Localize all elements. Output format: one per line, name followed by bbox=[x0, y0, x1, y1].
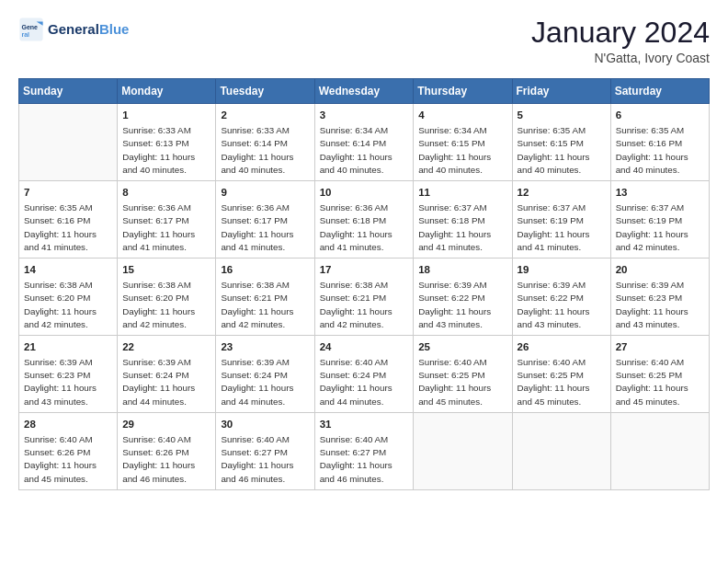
day-number: 24 bbox=[320, 339, 409, 354]
calendar-header-row: Sunday Monday Tuesday Wednesday Thursday… bbox=[19, 79, 710, 104]
day-detail: Sunrise: 6:39 AM Sunset: 6:22 PM Dayligh… bbox=[518, 279, 606, 331]
day-number: 12 bbox=[518, 185, 606, 200]
calendar-cell: 27Sunrise: 6:40 AM Sunset: 6:25 PM Dayli… bbox=[610, 335, 709, 412]
svg-text:ral: ral bbox=[22, 31, 30, 38]
calendar-cell: 18Sunrise: 6:39 AM Sunset: 6:22 PM Dayli… bbox=[414, 259, 512, 336]
day-detail: Sunrise: 6:40 AM Sunset: 6:26 PM Dayligh… bbox=[24, 433, 112, 486]
calendar-cell: 29Sunrise: 6:40 AM Sunset: 6:26 PM Dayli… bbox=[118, 412, 216, 489]
day-detail: Sunrise: 6:40 AM Sunset: 6:24 PM Dayligh… bbox=[320, 356, 409, 408]
day-number: 20 bbox=[616, 262, 704, 277]
day-number: 23 bbox=[221, 339, 309, 354]
day-number: 17 bbox=[320, 262, 409, 277]
day-number: 5 bbox=[518, 108, 606, 122]
day-number: 25 bbox=[418, 339, 506, 354]
calendar-cell bbox=[19, 104, 118, 181]
day-detail: Sunrise: 6:33 AM Sunset: 6:13 PM Dayligh… bbox=[122, 124, 210, 177]
day-number: 29 bbox=[122, 417, 210, 431]
col-tuesday: Tuesday bbox=[216, 79, 314, 104]
calendar-week-row-3: 14Sunrise: 6:38 AM Sunset: 6:20 PM Dayli… bbox=[19, 259, 710, 336]
logo-text-block: GeneralBlue bbox=[48, 22, 129, 38]
day-detail: Sunrise: 6:39 AM Sunset: 6:22 PM Dayligh… bbox=[418, 279, 506, 331]
logo: Gene ral GeneralBlue bbox=[18, 17, 129, 42]
day-number: 30 bbox=[221, 417, 309, 431]
day-detail: Sunrise: 6:34 AM Sunset: 6:15 PM Dayligh… bbox=[418, 124, 506, 177]
day-number: 28 bbox=[24, 417, 112, 431]
calendar-cell: 28Sunrise: 6:40 AM Sunset: 6:26 PM Dayli… bbox=[19, 412, 118, 489]
calendar-week-row-1: 1Sunrise: 6:33 AM Sunset: 6:13 PM Daylig… bbox=[19, 104, 710, 181]
day-detail: Sunrise: 6:40 AM Sunset: 6:25 PM Dayligh… bbox=[418, 356, 506, 408]
day-detail: Sunrise: 6:35 AM Sunset: 6:15 PM Dayligh… bbox=[518, 124, 606, 177]
calendar-cell: 13Sunrise: 6:37 AM Sunset: 6:19 PM Dayli… bbox=[610, 181, 709, 259]
day-number: 22 bbox=[122, 339, 210, 354]
day-number: 21 bbox=[24, 339, 112, 354]
day-detail: Sunrise: 6:36 AM Sunset: 6:17 PM Dayligh… bbox=[122, 201, 210, 254]
calendar-cell: 20Sunrise: 6:39 AM Sunset: 6:23 PM Dayli… bbox=[610, 259, 709, 336]
calendar-cell: 17Sunrise: 6:38 AM Sunset: 6:21 PM Dayli… bbox=[314, 259, 414, 336]
day-number: 6 bbox=[616, 108, 704, 122]
calendar-cell: 5Sunrise: 6:35 AM Sunset: 6:15 PM Daylig… bbox=[512, 104, 610, 181]
day-number: 1 bbox=[122, 108, 210, 122]
calendar-cell: 3Sunrise: 6:34 AM Sunset: 6:14 PM Daylig… bbox=[314, 104, 414, 181]
day-number: 31 bbox=[320, 417, 409, 431]
calendar-cell: 23Sunrise: 6:39 AM Sunset: 6:24 PM Dayli… bbox=[216, 335, 314, 412]
calendar-cell: 25Sunrise: 6:40 AM Sunset: 6:25 PM Dayli… bbox=[414, 335, 512, 412]
day-detail: Sunrise: 6:37 AM Sunset: 6:19 PM Dayligh… bbox=[518, 201, 606, 254]
day-detail: Sunrise: 6:37 AM Sunset: 6:19 PM Dayligh… bbox=[616, 201, 704, 254]
col-saturday: Saturday bbox=[610, 79, 709, 104]
location-label: N'Gatta, Ivory Coast bbox=[531, 51, 710, 65]
calendar-cell: 14Sunrise: 6:38 AM Sunset: 6:20 PM Dayli… bbox=[19, 259, 118, 336]
calendar-week-row-4: 21Sunrise: 6:39 AM Sunset: 6:23 PM Dayli… bbox=[19, 335, 710, 412]
svg-text:Gene: Gene bbox=[22, 24, 39, 30]
calendar-cell: 22Sunrise: 6:39 AM Sunset: 6:24 PM Dayli… bbox=[118, 335, 216, 412]
page-container: Gene ral GeneralBlue January 2024 N'Gatt… bbox=[0, 0, 728, 500]
day-detail: Sunrise: 6:39 AM Sunset: 6:23 PM Dayligh… bbox=[616, 279, 704, 331]
day-detail: Sunrise: 6:39 AM Sunset: 6:24 PM Dayligh… bbox=[221, 356, 309, 408]
calendar-cell bbox=[414, 412, 512, 489]
calendar-cell: 10Sunrise: 6:36 AM Sunset: 6:18 PM Dayli… bbox=[314, 181, 414, 259]
day-number: 16 bbox=[221, 262, 309, 277]
calendar-cell: 26Sunrise: 6:40 AM Sunset: 6:25 PM Dayli… bbox=[512, 335, 610, 412]
day-number: 7 bbox=[24, 185, 112, 200]
logo-general: General bbox=[48, 21, 99, 37]
calendar-cell: 12Sunrise: 6:37 AM Sunset: 6:19 PM Dayli… bbox=[512, 181, 610, 259]
day-detail: Sunrise: 6:38 AM Sunset: 6:21 PM Dayligh… bbox=[221, 279, 309, 331]
day-detail: Sunrise: 6:40 AM Sunset: 6:27 PM Dayligh… bbox=[320, 433, 409, 486]
day-number: 11 bbox=[418, 185, 506, 200]
col-friday: Friday bbox=[512, 79, 610, 104]
calendar-cell: 31Sunrise: 6:40 AM Sunset: 6:27 PM Dayli… bbox=[314, 412, 414, 489]
day-number: 8 bbox=[122, 185, 210, 200]
day-number: 2 bbox=[221, 108, 309, 122]
calendar-cell: 6Sunrise: 6:35 AM Sunset: 6:16 PM Daylig… bbox=[610, 104, 709, 181]
day-number: 19 bbox=[518, 262, 606, 277]
page-header: Gene ral GeneralBlue January 2024 N'Gatt… bbox=[18, 17, 710, 65]
calendar-week-row-5: 28Sunrise: 6:40 AM Sunset: 6:26 PM Dayli… bbox=[19, 412, 710, 489]
day-detail: Sunrise: 6:39 AM Sunset: 6:23 PM Dayligh… bbox=[24, 356, 112, 408]
month-year-title: January 2024 bbox=[531, 17, 710, 49]
calendar-cell: 15Sunrise: 6:38 AM Sunset: 6:20 PM Dayli… bbox=[118, 259, 216, 336]
day-number: 4 bbox=[418, 108, 506, 122]
logo-blue: Blue bbox=[99, 21, 130, 37]
calendar-cell: 7Sunrise: 6:35 AM Sunset: 6:16 PM Daylig… bbox=[19, 181, 118, 259]
calendar-week-row-2: 7Sunrise: 6:35 AM Sunset: 6:16 PM Daylig… bbox=[19, 181, 710, 259]
day-detail: Sunrise: 6:40 AM Sunset: 6:27 PM Dayligh… bbox=[221, 433, 309, 486]
calendar-cell: 2Sunrise: 6:33 AM Sunset: 6:14 PM Daylig… bbox=[216, 104, 314, 181]
day-number: 15 bbox=[122, 262, 210, 277]
calendar-cell: 11Sunrise: 6:37 AM Sunset: 6:18 PM Dayli… bbox=[414, 181, 512, 259]
day-detail: Sunrise: 6:35 AM Sunset: 6:16 PM Dayligh… bbox=[24, 201, 112, 254]
col-monday: Monday bbox=[118, 79, 216, 104]
day-detail: Sunrise: 6:40 AM Sunset: 6:26 PM Dayligh… bbox=[122, 433, 210, 486]
calendar-cell: 4Sunrise: 6:34 AM Sunset: 6:15 PM Daylig… bbox=[414, 104, 512, 181]
col-thursday: Thursday bbox=[414, 79, 512, 104]
day-number: 10 bbox=[320, 185, 409, 200]
calendar-cell bbox=[610, 412, 709, 489]
day-detail: Sunrise: 6:38 AM Sunset: 6:20 PM Dayligh… bbox=[122, 279, 210, 331]
day-detail: Sunrise: 6:40 AM Sunset: 6:25 PM Dayligh… bbox=[616, 356, 704, 408]
day-detail: Sunrise: 6:33 AM Sunset: 6:14 PM Dayligh… bbox=[221, 124, 309, 177]
logo-icon: Gene ral bbox=[18, 17, 44, 42]
day-detail: Sunrise: 6:39 AM Sunset: 6:24 PM Dayligh… bbox=[122, 356, 210, 408]
col-wednesday: Wednesday bbox=[314, 79, 414, 104]
calendar-table: Sunday Monday Tuesday Wednesday Thursday… bbox=[18, 78, 710, 490]
calendar-cell: 19Sunrise: 6:39 AM Sunset: 6:22 PM Dayli… bbox=[512, 259, 610, 336]
day-detail: Sunrise: 6:34 AM Sunset: 6:14 PM Dayligh… bbox=[320, 124, 409, 177]
day-detail: Sunrise: 6:40 AM Sunset: 6:25 PM Dayligh… bbox=[518, 356, 606, 408]
